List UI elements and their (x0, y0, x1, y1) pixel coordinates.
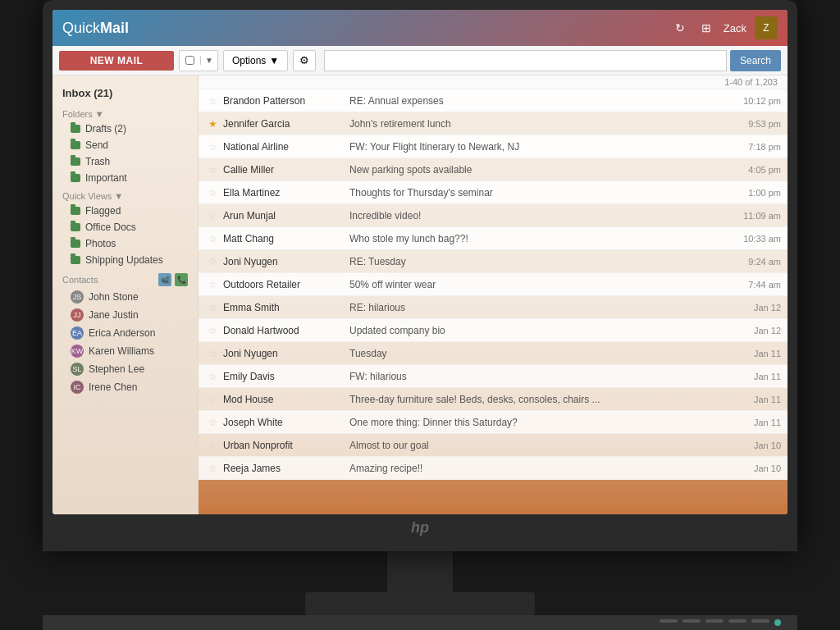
stand-base (305, 592, 535, 615)
contact-erica-anderson[interactable]: EA Erica Anderson (52, 324, 198, 342)
options-button[interactable]: Options ▼ (223, 50, 288, 71)
email-row[interactable]: ☆ Joni Nyugen Tuesday Jan 11 (199, 342, 788, 365)
avatar-karen: KW (71, 345, 84, 358)
sidebar-item-office-docs[interactable]: Office Docs (52, 219, 198, 235)
sidebar-item-flagged[interactable]: Flagged (52, 203, 198, 219)
grid-icon[interactable]: ⊞ (697, 19, 715, 37)
email-row[interactable]: ☆ Reeja James Amazing recipe!! Jan 10 (199, 457, 788, 480)
email-row[interactable]: ☆ Callie Miller New parking spots availa… (199, 158, 788, 181)
email-row[interactable]: ☆ Matt Chang Who stole my lunch bag??! 1… (199, 227, 788, 250)
new-mail-button[interactable]: NEW MAIL (59, 51, 174, 71)
email-row[interactable]: ☆ Donald Hartwood Updated company bio Ja… (199, 319, 788, 342)
star-icon[interactable]: ★ (205, 118, 220, 130)
email-row[interactable]: ☆ Outdoors Retailer 50% off winter wear … (199, 273, 788, 296)
logo-light: Quick (62, 20, 100, 36)
contact-name: Karen Williams (89, 345, 154, 357)
options-label: Options (232, 55, 266, 66)
email-time: 7:44 am (724, 280, 781, 290)
monitor-btn-3[interactable] (705, 619, 724, 623)
video-icon[interactable]: 📹 (158, 273, 171, 286)
folder-icon (71, 174, 80, 182)
gear-icon: ⚙ (299, 54, 309, 66)
select-all-checkbox[interactable] (185, 56, 194, 65)
gear-button[interactable]: ⚙ (293, 50, 316, 71)
email-sender: Matt Chang (220, 233, 343, 244)
email-time: 10:33 am (724, 234, 781, 244)
sidebar-item-shipping[interactable]: Shipping Updates (52, 252, 198, 268)
email-time: Jan 10 (724, 441, 781, 450)
contact-name: John Stone (89, 291, 139, 303)
email-row[interactable]: ☆ Joni Nyugen RE: Tuesday 9:24 am (199, 250, 788, 273)
email-row[interactable]: ☆ Mod House Three-day furniture sale! Be… (199, 388, 788, 411)
star-icon[interactable]: ☆ (205, 371, 220, 382)
sidebar-item-drafts[interactable]: Drafts (2) (52, 121, 198, 137)
email-subject: One more thing: Dinner this Saturday? (343, 417, 724, 428)
avatar-stephen: SL (71, 363, 84, 376)
email-subject: Tuesday (343, 348, 724, 359)
refresh-icon[interactable]: ↻ (671, 19, 689, 37)
star-icon[interactable]: ☆ (205, 256, 220, 267)
search-button[interactable]: Search (730, 50, 781, 71)
email-sender: Mod House (220, 394, 343, 405)
email-sender: Joseph White (220, 417, 343, 428)
contact-stephen-lee[interactable]: SL Stephen Lee (52, 360, 198, 378)
inbox-label[interactable]: Inbox (21) (52, 82, 198, 104)
email-sender: Emily Davis (220, 371, 343, 382)
quick-views-header[interactable]: Quick Views ▼ (52, 186, 198, 203)
avatar: Z (755, 16, 778, 39)
email-row[interactable]: ☆ Joseph White One more thing: Dinner th… (199, 411, 788, 434)
email-subject: 50% off winter wear (343, 279, 724, 290)
contact-karen-williams[interactable]: KW Karen Williams (52, 342, 198, 360)
email-row[interactable]: ☆ Urban Nonprofit Almost to our goal Jan… (199, 434, 788, 457)
phone-icon[interactable]: 📞 (175, 273, 188, 286)
star-icon[interactable]: ☆ (205, 417, 220, 428)
search-bar: Search (324, 50, 781, 71)
star-icon[interactable]: ☆ (205, 325, 220, 336)
sidebar-item-important[interactable]: Important (52, 170, 198, 186)
sidebar-item-photos[interactable]: Photos (52, 235, 198, 252)
power-button[interactable] (774, 619, 781, 626)
sidebar-item-send[interactable]: Send (52, 137, 198, 153)
search-input[interactable] (324, 50, 727, 71)
star-icon[interactable]: ☆ (205, 233, 220, 244)
email-row[interactable]: ☆ Arun Munjal Incredible video! 11:09 am (199, 204, 788, 227)
select-dropdown-arrow[interactable]: ▼ (201, 56, 217, 65)
email-row[interactable]: ☆ National Airline FW: Your Flight Itine… (199, 135, 788, 158)
sidebar-item-trash[interactable]: Trash (52, 153, 198, 170)
star-icon[interactable]: ☆ (205, 440, 220, 451)
star-icon[interactable]: ☆ (205, 210, 220, 221)
email-sender: Jennifer Garcia (220, 118, 343, 130)
select-checkbox[interactable] (180, 56, 201, 65)
email-row[interactable]: ★ Jennifer Garcia John's retirement lunc… (199, 112, 788, 135)
star-icon[interactable]: ☆ (205, 279, 220, 290)
star-icon[interactable]: ☆ (205, 463, 220, 474)
contact-irene-chen[interactable]: IC Irene Chen (52, 378, 198, 396)
monitor-btn-4[interactable] (728, 619, 746, 623)
star-icon[interactable]: ☆ (205, 141, 220, 153)
star-icon[interactable]: ☆ (205, 348, 220, 359)
star-icon[interactable]: ☆ (205, 302, 220, 313)
email-subject: Three-day furniture sale! Beds, desks, c… (343, 394, 724, 405)
star-icon[interactable]: ☆ (205, 394, 220, 405)
star-icon[interactable]: ☆ (205, 164, 220, 176)
contact-jane-justin[interactable]: JJ Jane Justin (52, 306, 198, 324)
contact-john-stone[interactable]: JS John Stone (52, 288, 198, 306)
email-row[interactable]: ☆ Brandon Patterson RE: Annual expenses … (199, 89, 788, 112)
monitor-btn-2[interactable] (682, 619, 701, 623)
email-row[interactable]: ☆ Emily Davis FW: hilarious Jan 11 (199, 365, 788, 388)
email-list-container: 1-40 of 1,203 ☆ Brandon Patterson RE: An… (199, 75, 788, 514)
folder-drafts-label: Drafts (2) (85, 123, 126, 135)
email-sender: Donald Hartwood (220, 325, 343, 336)
email-time: Jan 10 (724, 463, 781, 473)
monitor-btn-5[interactable] (751, 619, 769, 623)
header-icons: ↻ ⊞ Zack Z (671, 16, 778, 39)
email-row[interactable]: ☆ Ella Martinez Thoughts for Thursday's … (199, 181, 788, 204)
star-icon[interactable]: ☆ (205, 95, 220, 107)
star-icon[interactable]: ☆ (205, 187, 220, 199)
avatar-erica: EA (71, 326, 84, 340)
email-sender: Brandon Patterson (220, 95, 343, 107)
email-subject: Updated company bio (343, 325, 724, 336)
email-row[interactable]: ☆ Emma Smith RE: hilarious Jan 12 (199, 296, 788, 319)
folders-header[interactable]: Folders ▼ (52, 104, 198, 121)
monitor-btn-1[interactable] (660, 619, 678, 623)
